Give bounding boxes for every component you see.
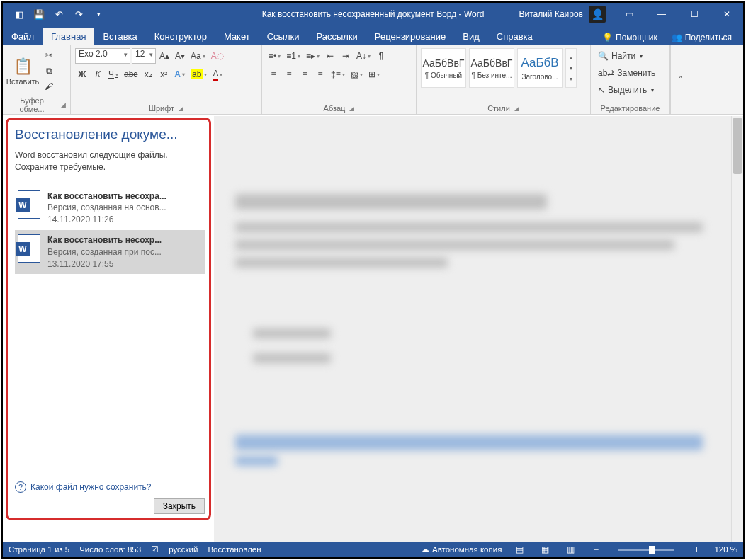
view-web-button[interactable]: ▥ [563, 543, 578, 556]
share-button[interactable]: 👥Поделиться [666, 30, 737, 45]
zoom-slider[interactable] [618, 549, 674, 551]
italic-button[interactable]: К [91, 67, 105, 82]
zoom-in-button[interactable]: + [689, 543, 704, 556]
copy-button[interactable]: ⧉ [41, 64, 57, 78]
view-print-button[interactable]: ▦ [537, 543, 553, 556]
maximize-button[interactable]: ☐ [678, 3, 711, 25]
sort-button[interactable]: A↓ [354, 48, 373, 64]
borders-button[interactable]: ⊞ [366, 67, 382, 82]
zoom-out-button[interactable]: − [588, 543, 604, 556]
username[interactable]: Виталий Каиров [519, 9, 583, 19]
grow-font-button[interactable]: A▴ [157, 48, 171, 64]
zoom-thumb[interactable] [649, 546, 655, 554]
align-right-button[interactable]: ≡ [298, 67, 312, 82]
style-normal[interactable]: АаБбВвГ¶ Обычный [421, 48, 466, 88]
ribbon-options-icon[interactable]: ▭ [613, 3, 645, 25]
word-doc-icon [18, 234, 40, 263]
autosave-icon[interactable]: ◧ [10, 5, 28, 23]
tab-file[interactable]: Файл [3, 28, 43, 45]
find-button[interactable]: 🔍Найти▾ [595, 48, 658, 64]
group-label-paragraph: Абзац [324, 104, 346, 113]
clipboard-icon: 📋 [13, 57, 33, 76]
paste-button[interactable]: 📋 Вставить [7, 48, 38, 95]
blurred-text [253, 353, 331, 363]
tab-mailings[interactable]: Рассылки [307, 28, 366, 45]
styles-launcher-icon[interactable]: ◢ [514, 105, 519, 112]
indent-increase-button[interactable]: ⇥ [339, 48, 353, 64]
tab-layout[interactable]: Макет [215, 28, 259, 45]
recovery-help-link[interactable]: ?Какой файл нужно сохранить? [15, 481, 205, 493]
tab-insert[interactable]: Вставка [94, 28, 145, 45]
strike-button[interactable]: abc [122, 67, 140, 82]
view-read-button[interactable]: ▤ [512, 543, 527, 556]
indent-decrease-button[interactable]: ⇤ [323, 48, 337, 64]
minimize-button[interactable]: — [645, 3, 678, 25]
align-center-button[interactable]: ≡ [282, 67, 296, 82]
tab-design[interactable]: Конструктор [146, 28, 215, 45]
show-marks-button[interactable]: ¶ [374, 48, 388, 64]
format-painter-button[interactable]: 🖌 [41, 79, 57, 93]
save-icon[interactable]: 💾 [30, 5, 48, 23]
undo-icon[interactable]: ↶ [50, 5, 68, 23]
subscript-button[interactable]: x₂ [141, 67, 155, 82]
shading-button[interactable]: ▨ [349, 67, 365, 82]
superscript-button[interactable]: x² [157, 67, 171, 82]
align-left-button[interactable]: ≡ [266, 67, 281, 82]
document-area[interactable] [214, 116, 743, 542]
tell-me-button[interactable]: 💡Помощник [597, 30, 663, 45]
style-no-spacing[interactable]: АаБбВвГ¶ Без инте... [469, 48, 514, 88]
status-proof-icon[interactable]: ☑ [151, 544, 159, 554]
styles-more-button[interactable]: ▴▾▾ [565, 48, 577, 88]
tab-help[interactable]: Справка [488, 28, 541, 45]
word-doc-icon [18, 190, 40, 219]
bold-button[interactable]: Ж [75, 67, 89, 82]
font-size-select[interactable]: 12 [132, 48, 156, 64]
tab-review[interactable]: Рецензирование [366, 28, 454, 45]
tab-references[interactable]: Ссылки [259, 28, 308, 45]
font-color-button[interactable]: A [210, 67, 225, 82]
replace-button[interactable]: ab⇄Заменить [595, 65, 658, 81]
vertical-scrollbar[interactable] [731, 116, 743, 542]
shrink-font-button[interactable]: A▾ [173, 48, 187, 64]
highlight-button[interactable]: ab [188, 67, 209, 82]
qat-customize-icon[interactable]: ▾ [89, 5, 108, 23]
recovery-item[interactable]: Как восстановить несохр... Версия, созда… [15, 230, 205, 274]
style-heading1[interactable]: АаБбВЗаголово... [517, 48, 563, 88]
recovery-item-name: Как восстановить несохр... [47, 234, 162, 246]
tab-view[interactable]: Вид [454, 28, 488, 45]
numbering-button[interactable]: ≡1 [284, 48, 303, 64]
redo-icon[interactable]: ↷ [69, 5, 88, 23]
status-recovered[interactable]: Восстановлен [208, 545, 261, 554]
status-offline[interactable]: ☁Автономная копия [421, 544, 502, 554]
bullets-button[interactable]: ≡• [266, 48, 283, 64]
status-page[interactable]: Страница 1 из 5 [9, 545, 69, 554]
collapse-ribbon-button[interactable]: ˄ [670, 45, 690, 114]
recovery-item[interactable]: Как восстановить несохра... Версия, созд… [15, 186, 205, 230]
recovery-item-version: Версия, созданная при пос... [47, 246, 162, 258]
copy-icon: ⧉ [46, 66, 52, 76]
scrollbar-thumb[interactable] [733, 118, 742, 174]
close-button[interactable]: ✕ [711, 3, 743, 25]
group-label-clipboard: Буфер обме... [7, 96, 57, 113]
font-launcher-icon[interactable]: ◢ [179, 105, 183, 112]
recovery-close-button[interactable]: Закрыть [154, 498, 205, 514]
select-button[interactable]: ↖Выделить▾ [595, 82, 658, 98]
line-spacing-button[interactable]: ‡≡ [329, 67, 347, 82]
multilevel-button[interactable]: ≡▸ [304, 48, 322, 64]
window-title: Как восстановить несохраненный документ … [262, 9, 485, 19]
status-words[interactable]: Число слов: 853 [79, 545, 141, 554]
paragraph-launcher-icon[interactable]: ◢ [349, 105, 354, 112]
change-case-button[interactable]: Aa [188, 48, 208, 64]
clear-format-button[interactable]: A◌ [209, 48, 226, 64]
cut-button[interactable]: ✂ [41, 48, 57, 62]
clipboard-launcher-icon[interactable]: ◢ [61, 101, 66, 108]
cursor-icon: ↖ [598, 85, 605, 95]
text-effects-button[interactable]: A [172, 67, 187, 82]
tab-home[interactable]: Главная [43, 28, 94, 45]
underline-button[interactable]: Ч [106, 67, 120, 82]
zoom-value[interactable]: 120 % [714, 545, 737, 554]
align-justify-button[interactable]: ≡ [313, 67, 327, 82]
avatar[interactable]: 👤 [589, 6, 606, 23]
font-name-select[interactable]: Exo 2.0 [75, 48, 130, 64]
status-language[interactable]: русский [169, 545, 198, 554]
